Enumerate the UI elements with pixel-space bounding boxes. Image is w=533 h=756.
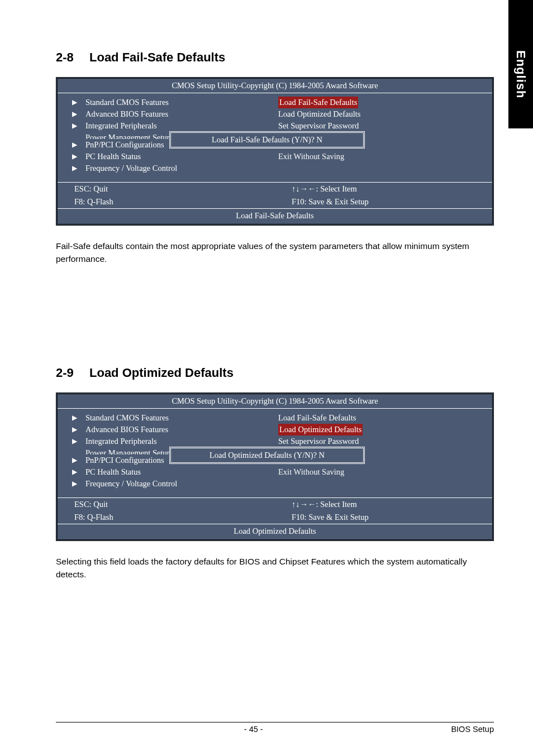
hint-arrows: ↑↓→←: Select Item <box>275 183 492 195</box>
menu-item-load-optimized[interactable]: Load Optimized Defaults <box>278 424 482 436</box>
page-number: - 45 - <box>244 725 263 734</box>
menu-label: Advanced BIOS Features <box>85 425 168 434</box>
section-title-28: Load Fail-Safe Defaults <box>89 50 225 64</box>
menu-label: Exit Without Saving <box>278 152 344 161</box>
menu-item-advanced-bios[interactable]: ▶Advanced BIOS Features <box>85 108 265 120</box>
section-num-28: 2-8 <box>56 50 89 65</box>
menu-arrow-icon: ▶ <box>72 152 77 161</box>
confirm-dialog-text: Load Optimized Defaults (Y/N)? N <box>210 451 325 460</box>
menu-arrow-icon: ▶ <box>72 425 77 434</box>
menu-label: Power Management Setup <box>85 448 171 454</box>
bios-footer-status: Load Optimized Defaults <box>58 524 492 539</box>
menu-label: PnP/PCI Configurations <box>85 456 164 465</box>
menu-arrow-icon: ▶ <box>72 437 77 446</box>
bios-footer-hints2: F8: Q-Flash F10: Save & Exit Setup <box>58 511 492 524</box>
menu-item-exit-no-save[interactable]: Exit Without Saving <box>278 151 482 162</box>
menu-label: Standard CMOS Features <box>85 98 169 107</box>
bios-footer-hints2: F8: Q-Flash F10: Save & Exit Setup <box>58 195 492 208</box>
language-tab: English <box>508 0 533 128</box>
menu-item-frequency-voltage[interactable]: ▶Frequency / Voltage Control <box>85 162 265 174</box>
menu-label: Frequency / Voltage Control <box>85 479 177 488</box>
menu-item-advanced-bios[interactable]: ▶Advanced BIOS Features <box>85 424 265 436</box>
bios-box-failsafe: CMOS Setup Utility-Copyright (C) 1984-20… <box>56 77 494 226</box>
bios-footer-hints: ESC: Quit ↑↓→←: Select Item <box>58 498 492 511</box>
menu-label: Standard CMOS Features <box>85 413 169 422</box>
menu-item-load-optimized[interactable]: Load Optimized Defaults <box>278 108 482 120</box>
page-footer: - 45 - BIOS Setup <box>56 722 494 734</box>
menu-item-supervisor-pw[interactable]: Set Supervisor Password <box>278 120 482 132</box>
bios-title: CMOS Setup Utility-Copyright (C) 1984-20… <box>58 394 492 408</box>
menu-label: PC Health Status <box>85 152 141 161</box>
section-heading-28: 2-8Load Fail-Safe Defaults <box>56 50 494 65</box>
confirm-dialog-text: Load Fail-Safe Defaults (Y/N)? N <box>212 135 322 144</box>
menu-item-frequency-voltage[interactable]: ▶Frequency / Voltage Control <box>85 478 265 490</box>
menu-item-exit-no-save[interactable]: Exit Without Saving <box>278 466 482 478</box>
bios-footer-hints: ESC: Quit ↑↓→←: Select Item <box>58 183 492 195</box>
bios-menu-columns: ▶Standard CMOS Features ▶Advanced BIOS F… <box>58 93 492 182</box>
menu-item-standard-cmos[interactable]: ▶Standard CMOS Features <box>85 412 265 424</box>
menu-item-load-failsafe[interactable]: Load Fail-Safe Defaults <box>278 412 482 424</box>
section-body-28: Fail-Safe defaults contain the most appr… <box>56 240 494 265</box>
confirm-dialog[interactable]: Load Fail-Safe Defaults (Y/N)? N <box>169 131 365 149</box>
menu-item-standard-cmos[interactable]: ▶Standard CMOS Features <box>85 97 265 108</box>
menu-label: Power Management Setup <box>85 133 171 139</box>
bios-footer-status: Load Fail-Safe Defaults <box>58 209 492 224</box>
footer-section: BIOS Setup <box>451 725 494 734</box>
menu-arrow-icon: ▶ <box>72 140 77 150</box>
confirm-dialog[interactable]: Load Optimized Defaults (Y/N)? N <box>169 447 365 464</box>
hint-arrows: ↑↓→←: Select Item <box>275 498 492 511</box>
menu-arrow-icon: ▶ <box>72 98 77 107</box>
menu-arrow-icon: ▶ <box>72 413 77 423</box>
hint-esc: ESC: Quit <box>58 183 275 195</box>
menu-label: Integrated Peripherals <box>85 437 157 446</box>
menu-label: PnP/PCI Configurations <box>85 140 164 149</box>
menu-arrow-icon: ▶ <box>72 467 77 477</box>
hint-esc: ESC: Quit <box>58 498 275 511</box>
menu-item-pc-health[interactable]: ▶PC Health Status <box>85 466 265 478</box>
menu-label-highlighted: Load Fail-Safe Defaults <box>278 97 358 108</box>
section-heading-29: 2-9Load Optimized Defaults <box>56 366 494 380</box>
menu-label-highlighted: Load Optimized Defaults <box>278 424 363 436</box>
menu-label: Set Supervisor Password <box>278 437 359 446</box>
bios-menu-columns: ▶Standard CMOS Features ▶Advanced BIOS F… <box>58 409 492 497</box>
hint-f10: F10: Save & Exit Setup <box>275 195 492 208</box>
menu-item-pc-health[interactable]: ▶PC Health Status <box>85 151 265 162</box>
bios-box-optimized: CMOS Setup Utility-Copyright (C) 1984-20… <box>56 393 494 541</box>
section-body-29: Selecting this field loads the factory d… <box>56 556 494 581</box>
section-num-29: 2-9 <box>56 366 89 380</box>
menu-arrow-icon: ▶ <box>72 121 77 131</box>
menu-item-integrated-peripherals[interactable]: ▶Integrated Peripherals <box>85 436 265 447</box>
section-title-29: Load Optimized Defaults <box>89 366 234 380</box>
menu-label: Frequency / Voltage Control <box>85 164 177 173</box>
menu-arrow-icon: ▶ <box>72 479 77 489</box>
menu-label: Integrated Peripherals <box>85 121 157 130</box>
menu-arrow-icon: ▶ <box>72 164 77 173</box>
menu-item-supervisor-pw[interactable]: Set Supervisor Password <box>278 436 482 447</box>
menu-item-integrated-peripherals[interactable]: ▶Integrated Peripherals <box>85 120 265 132</box>
menu-label: Load Fail-Safe Defaults <box>278 413 356 422</box>
menu-label: Set Supervisor Password <box>278 121 359 130</box>
hint-f10: F10: Save & Exit Setup <box>275 511 492 524</box>
language-tab-label: English <box>513 50 528 98</box>
menu-label: Load Optimized Defaults <box>278 109 360 118</box>
menu-label: Advanced BIOS Features <box>85 109 168 118</box>
menu-item-load-failsafe[interactable]: Load Fail-Safe Defaults <box>278 97 482 108</box>
hint-f8: F8: Q-Flash <box>58 511 275 524</box>
hint-f8: F8: Q-Flash <box>58 195 275 208</box>
menu-arrow-icon: ▶ <box>72 456 77 465</box>
bios-title: CMOS Setup Utility-Copyright (C) 1984-20… <box>58 79 492 93</box>
menu-label: PC Health Status <box>85 467 141 476</box>
menu-arrow-icon: ▶ <box>72 109 77 119</box>
menu-label: Exit Without Saving <box>278 467 344 476</box>
